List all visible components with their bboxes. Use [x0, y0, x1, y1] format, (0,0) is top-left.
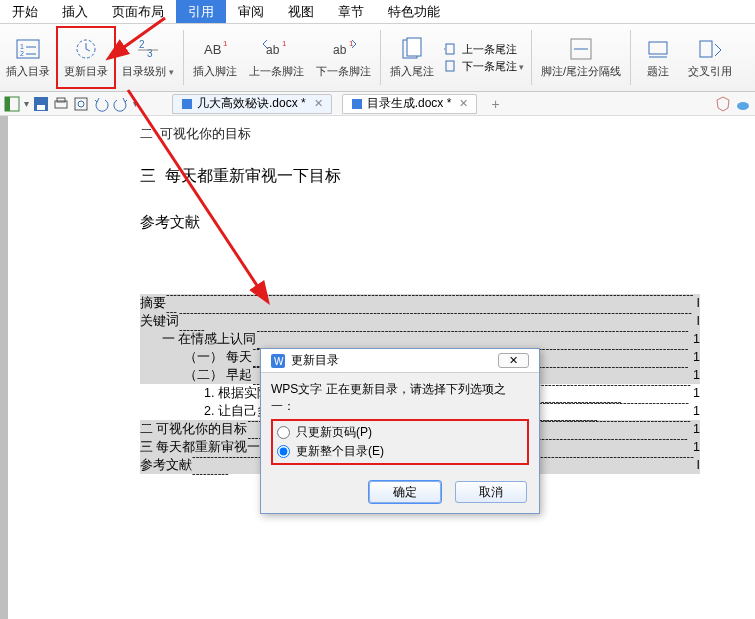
ok-button[interactable]: 确定: [369, 481, 441, 503]
crossref-label: 交叉引用: [688, 64, 732, 79]
cancel-button[interactable]: 取消: [455, 481, 527, 503]
dialog-titlebar[interactable]: W 更新目录 ✕: [261, 349, 539, 373]
next-endnote-label: 下一条尾注: [462, 59, 525, 74]
insert-endnote-label: 插入尾注: [390, 64, 434, 79]
toc-level-button[interactable]: 23 目录级别: [116, 26, 180, 89]
caption-icon: [645, 36, 671, 62]
svg-text:ab: ab: [333, 43, 347, 57]
toc-level-icon: 23: [135, 36, 161, 62]
print-preview-icon[interactable]: [73, 96, 89, 112]
insert-toc-icon: 12: [15, 36, 41, 62]
crossref-icon: [697, 36, 723, 62]
next-endnote-icon: [444, 60, 458, 72]
tab-view[interactable]: 视图: [276, 0, 326, 23]
tab-insert[interactable]: 插入: [50, 0, 100, 23]
doc-tab-1[interactable]: 几大高效秘诀.docx * ✕: [172, 94, 332, 114]
svg-text:1: 1: [223, 39, 228, 48]
insert-endnote-icon: [399, 36, 425, 62]
tab-reference[interactable]: 引用: [176, 0, 226, 23]
insert-endnote-button[interactable]: 插入尾注: [384, 26, 440, 89]
redo-icon[interactable]: [113, 96, 129, 112]
caption-button[interactable]: 题注: [634, 26, 682, 89]
svg-point-34: [737, 102, 749, 110]
doc-tab-1-label: 几大高效秘诀.docx *: [197, 95, 306, 112]
svg-text:W: W: [274, 356, 284, 367]
svg-rect-27: [37, 105, 45, 110]
tab-start[interactable]: 开始: [0, 0, 50, 23]
prev-endnote-label: 上一条尾注: [462, 42, 517, 57]
doc-icon: [351, 98, 363, 110]
svg-text:ab: ab: [266, 43, 280, 57]
crossref-button[interactable]: 交叉引用: [682, 26, 738, 89]
svg-text:2: 2: [139, 39, 145, 50]
insert-footnote-button[interactable]: AB1 插入脚注: [187, 26, 243, 89]
insert-toc-label: 插入目录: [6, 64, 50, 79]
opt-update-pages[interactable]: 只更新页码(P): [277, 423, 523, 442]
new-tab-button[interactable]: +: [491, 96, 499, 112]
update-toc-dialog: W 更新目录 ✕ WPS文字 正在更新目录，请选择下列选项之一： 只更新页码(P…: [260, 348, 540, 514]
svg-rect-21: [649, 42, 667, 54]
doc-tab-2-label: 目录生成.docx *: [367, 95, 452, 112]
update-toc-icon: [73, 36, 99, 62]
nav-pane-icon[interactable]: [4, 96, 20, 112]
dialog-options: 只更新页码(P) 更新整个目录(E): [271, 419, 529, 465]
svg-rect-25: [5, 97, 10, 111]
svg-rect-32: [182, 99, 192, 109]
insert-footnote-icon: AB1: [202, 36, 228, 62]
next-footnote-icon: ab1: [330, 36, 356, 62]
footnote-separator-button[interactable]: 脚注/尾注分隔线: [535, 26, 627, 89]
insert-toc-button[interactable]: 12 插入目录: [0, 26, 56, 89]
footnote-separator-icon: [568, 36, 594, 62]
undo-icon[interactable]: [93, 96, 109, 112]
svg-rect-23: [700, 41, 712, 57]
dialog-title: 更新目录: [291, 352, 339, 369]
svg-text:1: 1: [282, 39, 287, 48]
svg-rect-33: [352, 99, 362, 109]
update-toc-label: 更新目录: [64, 64, 108, 79]
svg-rect-30: [75, 98, 87, 110]
prev-footnote-button[interactable]: ab1 上一条脚注: [243, 26, 310, 89]
svg-rect-17: [446, 44, 454, 54]
svg-point-31: [78, 101, 84, 107]
doc-tab-2[interactable]: 目录生成.docx * ✕: [342, 94, 478, 114]
tab-chapter[interactable]: 章节: [326, 0, 376, 23]
svg-text:2: 2: [20, 50, 24, 57]
footnote-separator-label: 脚注/尾注分隔线: [541, 64, 621, 79]
svg-text:AB: AB: [204, 42, 221, 57]
prev-footnote-label: 上一条脚注: [249, 64, 304, 79]
tab-layout[interactable]: 页面布局: [100, 0, 176, 23]
prev-endnote-icon: [444, 43, 458, 55]
save-icon[interactable]: [33, 96, 49, 112]
document-area: 二 可视化你的目标 三 每天都重新审视一下目标 参考文献 摘要---------…: [0, 116, 755, 619]
next-footnote-label: 下一条脚注: [316, 64, 371, 79]
shield-icon[interactable]: [715, 96, 731, 112]
prev-footnote-icon: ab1: [263, 36, 289, 62]
dialog-close-button[interactable]: ✕: [498, 353, 529, 368]
menu-bar: 开始 插入 页面布局 引用 审阅 视图 章节 特色功能: [0, 0, 755, 24]
heading-line: 参考文献: [140, 210, 700, 234]
heading-line: 二 可视化你的目标: [140, 124, 700, 145]
app-icon: W: [271, 354, 285, 368]
quick-access-toolbar: ▾ ▾ 几大高效秘诀.docx * ✕ 目录生成.docx * ✕ +: [0, 92, 755, 116]
tab-special[interactable]: 特色功能: [376, 0, 452, 23]
dialog-prompt: WPS文字 正在更新目录，请选择下列选项之一：: [271, 381, 529, 415]
doc-icon: [181, 98, 193, 110]
prev-endnote-button[interactable]: 上一条尾注: [444, 42, 525, 57]
caption-label: 题注: [647, 64, 669, 79]
next-footnote-button[interactable]: ab1 下一条脚注: [310, 26, 377, 89]
svg-rect-18: [446, 61, 454, 71]
print-icon[interactable]: [53, 96, 69, 112]
insert-footnote-label: 插入脚注: [193, 64, 237, 79]
close-icon[interactable]: ✕: [314, 97, 323, 110]
toc-level-label: 目录级别: [122, 64, 174, 79]
heading-line: 三 每天都重新审视一下目标: [140, 163, 700, 189]
left-gutter: [0, 116, 8, 619]
opt-update-all[interactable]: 更新整个目录(E): [277, 442, 523, 461]
svg-rect-16: [407, 38, 421, 56]
next-endnote-button[interactable]: 下一条尾注: [444, 59, 525, 74]
cloud-icon[interactable]: [735, 96, 751, 112]
close-icon[interactable]: ✕: [459, 97, 468, 110]
update-toc-button[interactable]: 更新目录: [56, 26, 116, 89]
tab-review[interactable]: 审阅: [226, 0, 276, 23]
ribbon: 12 插入目录 更新目录 23 目录级别 AB1 插入脚注 ab1 上一条脚注 …: [0, 24, 755, 92]
